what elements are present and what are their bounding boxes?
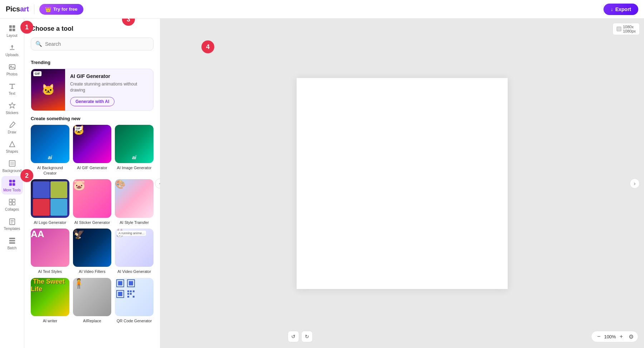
tool-panel-content: Trending 🐱 GIF AI GIF Generator Create s… [24,55,160,348]
try-free-button[interactable]: 👑 Try for free [39,4,83,15]
tool-thumb-ai-replace: 🧍 [73,278,112,317]
svg-rect-11 [12,180,15,182]
sidebar-label-more-tools: More Tools [3,188,21,192]
search-box[interactable]: 🔍 [31,38,153,50]
tool-label-ai-bg-creator: AI Background Creator [31,165,69,176]
crown-icon: 👑 [45,6,51,12]
sidebar-item-text[interactable]: Text [1,79,23,98]
sidebar-item-photos[interactable]: Photos [1,60,23,79]
zoom-out-button[interactable]: − [596,333,602,340]
batch-icon [8,237,16,245]
sidebar-label-draw: Draw [8,130,16,134]
tool-card-ai-video-filters[interactable]: 🦅 AI Video Filters [73,229,112,274]
tool-label-ai-logo: AI Logo Generator [34,220,67,225]
topbar-divider [34,4,34,14]
layout-icon [8,24,16,32]
canvas-settings-button[interactable]: ⚙ [629,333,634,340]
tool-label-ai-video-filters: AI Video Filters [79,269,105,274]
sidebar-item-draw[interactable]: Draw [1,118,23,137]
tool-card-ai-gif[interactable]: GIF 🐱 AI GIF Generator [73,125,112,176]
tool-card-qr-code[interactable]: QR Code Generator [115,278,153,324]
trending-tool-desc: Create stunning animations without drawi… [70,81,148,93]
sidebar-item-layout[interactable]: Layout [1,21,23,40]
canvas-size-icon [616,26,621,31]
step-badge-1: 1 [20,21,33,34]
sidebar-item-batch[interactable]: Batch [1,234,23,253]
svg-rect-20 [9,240,15,241]
zoom-in-button[interactable]: + [618,333,624,340]
tool-card-ai-replace[interactable]: 🧍 AIReplace [73,278,112,324]
export-label: Export [615,6,631,12]
sidebar-item-collages[interactable]: Collages [1,195,23,214]
generate-with-ai-button[interactable]: Generate with AI [70,97,114,106]
expand-right-button[interactable]: › [630,178,640,188]
tool-thumb-ai-video-filters: 🦅 [73,229,112,267]
tool-card-ai-video-gen[interactable]: 🐰 A running anime... AI Video Generator [115,229,153,274]
svg-rect-30 [133,290,135,292]
tool-card-ai-style[interactable]: 🎨 AI Style Transfer [115,179,153,225]
tool-card-ai-sticker[interactable]: 🐷 AI Sticker Generator [73,179,112,225]
svg-rect-2 [9,29,11,31]
trending-card[interactable]: 🐱 GIF AI GIF Generator Create stunning a… [31,69,153,111]
zoom-controls: − 100% + ⚙ [591,331,638,342]
tool-thumb-ai-gif: GIF 🐱 [73,125,112,163]
qr-code-svg [115,278,136,299]
sidebar-item-background[interactable]: Background [1,157,23,175]
stickers-icon [8,102,16,109]
sidebar-item-uploads[interactable]: Uploads [1,41,23,59]
tool-panel-header: Choose a tool 🔍 [24,19,160,55]
tool-thumb-ai-style: 🎨 [115,179,153,218]
svg-rect-23 [118,281,122,285]
tool-card-ai-writer[interactable]: The Sweet Life AI writer [31,278,69,324]
svg-rect-34 [127,296,129,298]
sidebar-label-background: Background [3,169,21,173]
svg-rect-3 [12,29,15,31]
tools-grid: ai AI Background Creator GIF 🐱 AI GIF Ge… [31,125,153,324]
svg-rect-17 [12,202,15,205]
photos-icon [8,63,16,71]
svg-rect-19 [9,238,15,239]
tool-thumb-ai-bg-creator: ai [31,125,69,163]
sidebar-label-uploads: Uploads [5,53,19,57]
redo-button[interactable]: ↻ [301,331,313,342]
text-icon [8,82,16,90]
collages-icon [8,198,16,206]
svg-rect-31 [127,293,129,295]
svg-rect-21 [9,242,15,244]
sidebar-label-layout: Layout [6,34,17,38]
tool-thumb-ai-video-gen: 🐰 A running anime... [115,229,153,267]
svg-rect-33 [133,296,135,298]
tool-label-ai-sticker: AI Sticker Generator [74,220,110,225]
tool-card-ai-image[interactable]: ai AI Image Generator [115,125,153,176]
more-tools-icon [8,179,16,187]
export-button[interactable]: ↓ Export [604,4,638,15]
tool-thumb-ai-writer: The Sweet Life [31,278,69,317]
search-input[interactable] [45,41,149,47]
svg-marker-7 [9,142,15,147]
gif-badge-ai-gif: GIF [75,127,82,131]
sidebar-item-templates[interactable]: Templates [1,215,23,233]
canvas-area: 1080x1080px › ↺ ↻ − 100% + ⚙ [160,19,644,348]
undo-button[interactable]: ↺ [288,331,299,342]
tool-card-ai-bg-creator[interactable]: ai AI Background Creator [31,125,69,176]
sidebar-item-stickers[interactable]: Stickers [1,99,23,117]
canvas-size-text: 1080x1080px [623,25,636,33]
background-icon [8,160,16,167]
tool-label-qr-code: QR Code Generator [117,318,152,323]
search-icon: 🔍 [35,41,42,47]
svg-rect-14 [9,199,11,202]
sidebar-item-more-tools[interactable]: More Tools [1,176,23,195]
tool-thumb-ai-sticker: 🐷 [73,179,112,218]
svg-rect-0 [9,25,11,28]
svg-rect-32 [130,293,132,295]
export-icon: ↓ [611,6,613,12]
tool-card-ai-text[interactable]: AA AI Text Styles [31,229,69,274]
canvas-white [297,78,508,289]
sidebar-item-shapes[interactable]: Shapes [1,137,23,156]
tool-label-ai-style: AI Style Transfer [120,220,149,225]
svg-rect-13 [12,183,15,186]
trending-info: AI GIF Generator Create stunning animati… [65,69,153,111]
topbar: Picsart 👑 Try for free ↓ Export [0,0,644,19]
step-badge-4: 4 [201,40,214,53]
tool-card-ai-logo[interactable]: AI Logo Generator [31,179,69,225]
